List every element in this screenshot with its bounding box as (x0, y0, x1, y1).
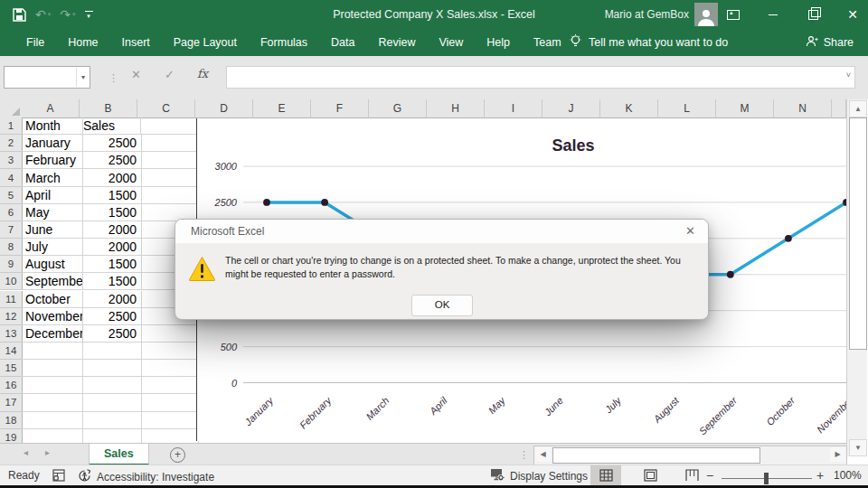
cell-B19[interactable] (80, 429, 142, 443)
column-header-D[interactable]: D (195, 99, 253, 118)
column-header-I[interactable]: I (485, 99, 542, 118)
share-button[interactable]: Share (806, 29, 854, 56)
close-icon[interactable]: ✕ (837, 0, 868, 29)
column-header-partial[interactable] (832, 99, 846, 118)
cell-A3[interactable]: February (22, 152, 83, 169)
tell-me-box[interactable]: Tell me what you want to do (570, 29, 728, 56)
undo-icon[interactable]: ↶▾ (35, 7, 51, 22)
cell-C2[interactable] (137, 135, 199, 152)
data-point-january[interactable] (263, 199, 270, 206)
select-all-corner[interactable] (0, 99, 23, 118)
row-header-13[interactable]: 13 (0, 325, 23, 343)
horizontal-scrollbar[interactable]: ◀ ▶ (533, 446, 847, 465)
column-header-N[interactable]: N (774, 99, 832, 118)
cell-A14[interactable] (22, 343, 83, 360)
minimize-icon[interactable] (758, 0, 788, 29)
row-header-4[interactable]: 4 (0, 169, 23, 186)
row-header-2[interactable]: 2 (0, 135, 23, 152)
row-header-7[interactable]: 7 (0, 221, 23, 239)
cell-A9[interactable]: August (22, 256, 83, 273)
ribbon-tab-home[interactable]: Home (56, 29, 109, 56)
macro-record-icon[interactable] (52, 469, 65, 484)
cell-C16[interactable] (137, 377, 199, 394)
row-header-9[interactable]: 9 (0, 256, 23, 273)
ribbon-tab-insert[interactable]: Insert (110, 29, 162, 56)
cell-A12[interactable]: November (22, 308, 83, 325)
ribbon-tab-review[interactable]: Review (366, 29, 427, 56)
cell-B8[interactable]: 2000 (80, 239, 142, 256)
normal-view-button[interactable] (590, 465, 621, 485)
row-header-1[interactable]: 1 (0, 117, 23, 135)
cell-A6[interactable]: May (22, 204, 83, 221)
chart-title[interactable]: Sales (552, 136, 594, 155)
cell-C18[interactable] (137, 412, 199, 429)
cell-C15[interactable] (137, 360, 199, 377)
restore-icon[interactable] (797, 0, 828, 29)
ribbon-tab-file[interactable]: File (14, 29, 56, 56)
column-header-G[interactable]: G (369, 99, 427, 118)
cell-A1[interactable]: Month (22, 117, 83, 135)
cell-A15[interactable] (22, 360, 83, 377)
cell-C17[interactable] (137, 394, 199, 411)
cell-B7[interactable]: 2000 (80, 221, 142, 239)
column-header-L[interactable]: L (658, 99, 716, 118)
cell-A8[interactable]: July (22, 239, 83, 256)
save-icon[interactable] (13, 8, 26, 22)
row-header-11[interactable]: 11 (0, 291, 23, 308)
cell-B4[interactable]: 2000 (80, 169, 142, 186)
cell-A19[interactable] (22, 429, 83, 443)
row-header-12[interactable]: 12 (0, 308, 23, 325)
ok-button[interactable]: OK (411, 295, 473, 316)
row-header-10[interactable]: 10 (0, 273, 23, 290)
vertical-scrollbar-thumb[interactable] (849, 117, 867, 350)
cell-B10[interactable]: 1500 (80, 273, 142, 290)
data-point-october[interactable] (785, 235, 792, 242)
cell-A2[interactable]: January (22, 135, 83, 152)
row-header-16[interactable]: 16 (0, 377, 23, 394)
zoom-in-icon[interactable]: + (816, 468, 824, 483)
row-header-18[interactable]: 18 (0, 412, 23, 429)
cell-B12[interactable]: 2500 (80, 308, 142, 325)
cell-A5[interactable]: April (22, 187, 83, 204)
cell-B14[interactable] (80, 343, 142, 360)
page-break-preview-button[interactable] (676, 465, 707, 485)
column-header-C[interactable]: C (137, 99, 195, 118)
display-settings[interactable]: Display Settings (490, 468, 588, 484)
column-header-K[interactable]: K (600, 99, 658, 118)
cell-C4[interactable] (137, 169, 199, 186)
scroll-down-icon[interactable]: ▼ (849, 439, 867, 456)
vertical-scrollbar[interactable]: ▲ ▼ (846, 99, 867, 456)
cell-B2[interactable]: 2500 (80, 135, 142, 152)
cell-B11[interactable]: 2000 (80, 291, 142, 308)
column-header-E[interactable]: E (253, 99, 311, 118)
accessibility-status[interactable]: Accessibility: Investigate (78, 469, 214, 485)
insert-function-icon[interactable]: fx (197, 67, 208, 80)
ribbon-tab-data[interactable]: Data (319, 29, 366, 56)
next-sheet-icon[interactable]: ▸ (45, 447, 50, 457)
cell-A16[interactable] (22, 377, 83, 394)
zoom-slider-handle[interactable] (764, 473, 769, 484)
cell-B16[interactable] (80, 377, 142, 394)
expand-formula-bar-icon[interactable]: ˅ (846, 70, 851, 80)
scroll-up-icon[interactable]: ▲ (849, 100, 867, 117)
cell-A11[interactable]: October (22, 291, 83, 308)
row-header-17[interactable]: 17 (0, 394, 23, 411)
row-header-5[interactable]: 5 (0, 187, 23, 204)
ribbon-tab-page-layout[interactable]: Page Layout (162, 29, 249, 56)
cell-A17[interactable] (22, 394, 83, 411)
data-point-february[interactable] (321, 199, 328, 206)
ribbon-tab-view[interactable]: View (427, 29, 475, 56)
avatar[interactable] (694, 3, 718, 26)
zoom-out-icon[interactable]: − (706, 468, 713, 483)
cell-A13[interactable]: December (22, 325, 83, 343)
dialog-close-icon[interactable]: ✕ (685, 224, 695, 238)
cell-B9[interactable]: 1500 (80, 256, 142, 273)
customize-quick-access-icon[interactable]: ▾ (85, 11, 93, 18)
row-header-3[interactable]: 3 (0, 152, 23, 169)
cell-C14[interactable] (137, 343, 199, 360)
page-layout-view-button[interactable] (635, 465, 665, 485)
cell-B17[interactable] (80, 394, 142, 411)
cancel-icon[interactable]: ✕ (131, 68, 141, 81)
zoom-level[interactable]: 100% (834, 469, 862, 482)
cell-B5[interactable]: 1500 (80, 187, 142, 204)
